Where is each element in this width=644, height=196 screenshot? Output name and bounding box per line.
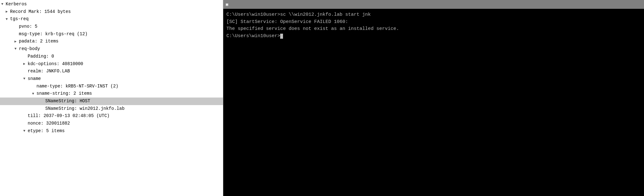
toggle-tgs-req[interactable]: ▼ (6, 17, 10, 22)
tree-item-pvno: pvno: 5 (0, 23, 223, 31)
tree-item-kerberos[interactable]: ▼Kerberos (0, 1, 223, 8)
label-padding: Padding: 0 (28, 53, 54, 60)
label-padata: padata: 2 items (19, 38, 58, 45)
tree-item-realm: realm: JNKFO.LAB (0, 68, 223, 75)
tree-item-etype[interactable]: ▼etype: 5 items (0, 127, 223, 135)
cmd-body: C:\Users\win10user>sc \\win2012.jnkfo.la… (223, 9, 644, 196)
label-kdc-options: kdc-options: 40810000 (28, 61, 83, 68)
toggle-kdc-options[interactable]: ▶ (23, 61, 28, 67)
toggle-kerberos[interactable]: ▼ (1, 2, 6, 7)
label-name-type: name-type: kRB5-NT-SRV-INST (2) (36, 83, 118, 90)
label-record-mark: Record Mark: 1544 bytes (10, 8, 71, 15)
label-tgs-req: tgs-req (10, 16, 29, 23)
tree-item-sname[interactable]: ▼sname (0, 75, 223, 83)
toggle-req-body[interactable]: ▼ (14, 46, 19, 52)
toggle-record-mark[interactable]: ▶ (6, 9, 10, 14)
tree-item-padding: Padding: 0 (0, 53, 223, 60)
label-nonce: nonce: 320011882 (28, 120, 70, 127)
tree-item-record-mark[interactable]: ▶Record Mark: 1544 bytes (0, 8, 223, 16)
cmd-titlebar: ▣ (223, 0, 644, 9)
label-msg-type: msg-type: krb-tgs-req (12) (19, 31, 87, 38)
label-snamestring-win2012: SNameString: win2012.jnkfo.lab (45, 105, 125, 112)
tree-item-snamestring-win2012: SNameString: win2012.jnkfo.lab (0, 105, 223, 113)
tree-item-snamestring-host: SNameString: HOST (0, 98, 223, 105)
cmd-window: ▣ C:\Users\win10user>sc \\win2012.jnkfo.… (223, 0, 644, 196)
toggle-sname[interactable]: ▼ (23, 76, 28, 81)
tree-item-kdc-options[interactable]: ▶kdc-options: 40810000 (0, 60, 223, 68)
toggle-padata[interactable]: ▶ (14, 39, 19, 44)
tree-item-sname-string[interactable]: ▼sname-string: 2 items (0, 90, 223, 98)
tree-item-till: till: 2037-09-13 02:48:05 (UTC) (0, 112, 223, 120)
cursor (280, 34, 283, 39)
label-snamestring-host: SNameString: HOST (45, 98, 90, 105)
label-till: till: 2037-09-13 02:48:05 (UTC) (28, 113, 109, 120)
cmd-line-1: [SC] StartService: OpenService FAILED 10… (226, 19, 641, 26)
label-sname: sname (28, 76, 41, 82)
tree-item-name-type: name-type: kRB5-NT-SRV-INST (2) (0, 83, 223, 90)
tree-item-req-body[interactable]: ▼req-body (0, 45, 223, 53)
cmd-line-3: The specified service does not exist as … (226, 25, 641, 33)
tree-item-msg-type: msg-type: krb-tgs-req (12) (0, 31, 223, 38)
cmd-icon: ▣ (226, 2, 228, 7)
tree-item-padata[interactable]: ▶padata: 2 items (0, 38, 223, 45)
tree-item-nonce: nonce: 320011882 (0, 120, 223, 127)
toggle-sname-string[interactable]: ▼ (32, 91, 36, 97)
tree-item-tgs-req[interactable]: ▼tgs-req (0, 15, 223, 23)
toggle-etype[interactable]: ▼ (23, 128, 28, 134)
label-pvno: pvno: 5 (19, 23, 37, 30)
cmd-line-5: C:\Users\win10user> (226, 33, 641, 40)
cmd-line-0: C:\Users\win10user>sc \\win2012.jnkfo.la… (226, 11, 641, 19)
label-req-body: req-body (19, 46, 40, 53)
label-realm: realm: JNKFO.LAB (28, 68, 70, 75)
label-sname-string: sname-string: 2 items (36, 90, 92, 97)
wireshark-tree-panel: ▼Kerberos▶Record Mark: 1544 bytes▼tgs-re… (0, 0, 223, 196)
label-kerberos: Kerberos (6, 1, 27, 8)
label-etype: etype: 5 items (28, 128, 65, 135)
